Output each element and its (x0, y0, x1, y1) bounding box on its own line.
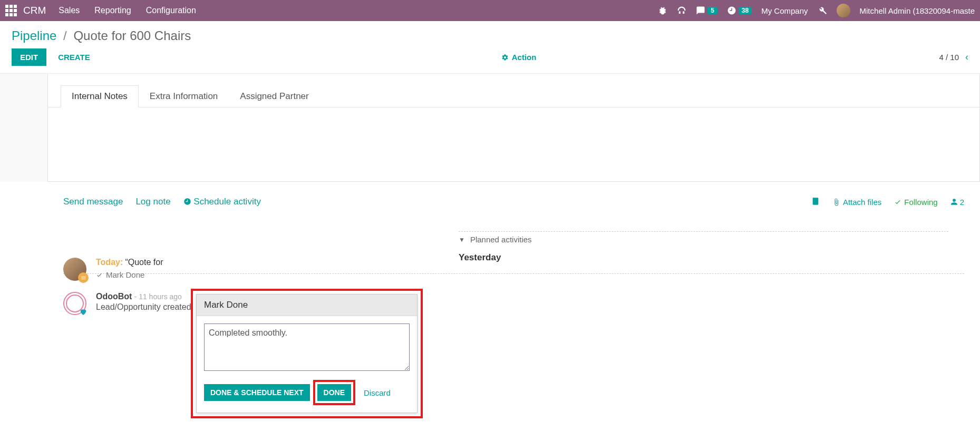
message-time: - 11 hours ago (134, 292, 182, 301)
messages-button[interactable]: 5 (696, 6, 717, 15)
chatter: Send message Log note Schedule activity … (47, 182, 980, 330)
messages-icon (696, 6, 705, 15)
nav-reporting[interactable]: Reporting (94, 6, 131, 15)
followers-count[interactable]: 2 (950, 198, 964, 207)
log-note-button[interactable]: Log note (135, 197, 170, 207)
nav-links: Sales Reporting Configuration (59, 6, 196, 15)
activities-button[interactable]: 38 (727, 6, 752, 15)
form-sheet: Internal Notes Extra Information Assigne… (47, 74, 980, 182)
today-summary: “Quote for (125, 258, 163, 267)
apps-icon[interactable] (5, 5, 17, 16)
heart-icon (79, 308, 88, 316)
messages-badge: 5 (707, 7, 717, 14)
nav-configuration[interactable]: Configuration (146, 6, 196, 15)
action-dropdown[interactable]: Action (501, 53, 537, 62)
pager-prev[interactable]: ‹ (965, 52, 968, 63)
top-navbar: CRM Sales Reporting Configuration 5 38 M… (0, 0, 980, 21)
breadcrumb-leaf: Quote for 600 Chairs (73, 28, 191, 43)
nav-sales[interactable]: Sales (59, 6, 80, 15)
action-label: Action (512, 53, 537, 62)
mark-done-popover: Mark Done DONE & SCHEDULE NEXT DONE Disc… (196, 294, 418, 330)
bug-icon[interactable] (658, 6, 667, 15)
attach-files-button[interactable]: Attach files (832, 198, 881, 207)
popover-title: Mark Done (197, 295, 417, 316)
tab-extra-information[interactable]: Extra Information (139, 85, 229, 107)
planned-activities-header[interactable]: ▼ Planned activities (459, 231, 948, 244)
mark-done-popover-highlight: Mark Done DONE & SCHEDULE NEXT DONE Disc… (191, 289, 423, 330)
check-small-icon (96, 271, 103, 278)
tab-bar: Internal Notes Extra Information Assigne… (48, 74, 979, 107)
paperclip-icon (832, 198, 840, 206)
user-icon (950, 198, 958, 205)
user-avatar[interactable] (837, 4, 850, 17)
tab-assigned-partner[interactable]: Assigned Partner (229, 85, 319, 107)
gear-icon (501, 54, 509, 61)
activity-type-badge (78, 272, 89, 283)
breadcrumb: Pipeline / Quote for 600 Chairs (12, 28, 968, 43)
mark-done-link[interactable]: Mark Done (96, 270, 163, 279)
activity-today-row: Today: “Quote for Mark Done (63, 258, 964, 281)
breadcrumb-separator: / (63, 28, 67, 43)
pager: 4 / 10 ‹ (939, 52, 968, 63)
tab-internal-notes[interactable]: Internal Notes (61, 85, 139, 107)
caret-down-icon: ▼ (459, 236, 465, 243)
activity-avatar (63, 258, 86, 281)
schedule-activity-button[interactable]: Schedule activity (183, 197, 261, 207)
following-button[interactable]: Following (894, 198, 937, 207)
check-icon (894, 198, 901, 205)
clock-icon (727, 6, 736, 15)
clock-small-icon (183, 198, 191, 205)
message-body: Lead/Opportunity created (96, 302, 191, 312)
company-name[interactable]: My Company (761, 6, 808, 15)
message-author[interactable]: OdooBot (96, 292, 132, 301)
phone-icon[interactable] (677, 6, 686, 15)
today-label: Today: (96, 258, 123, 267)
control-bar: EDIT CREATE Action 4 / 10 ‹ (0, 43, 980, 74)
edit-button[interactable]: EDIT (12, 48, 46, 66)
tab-content (48, 107, 979, 181)
breadcrumb-root[interactable]: Pipeline (12, 28, 56, 43)
feedback-textarea[interactable] (204, 324, 410, 330)
book-icon[interactable] (811, 197, 820, 207)
create-button[interactable]: CREATE (50, 48, 99, 66)
user-name[interactable]: Mitchell Admin (18320094-maste (860, 6, 975, 15)
clock-badge: 38 (739, 7, 752, 14)
wrench-icon[interactable] (818, 6, 827, 15)
send-message-button[interactable]: Send message (63, 197, 123, 207)
pager-text[interactable]: 4 / 10 (939, 53, 959, 62)
app-brand[interactable]: CRM (23, 5, 46, 16)
